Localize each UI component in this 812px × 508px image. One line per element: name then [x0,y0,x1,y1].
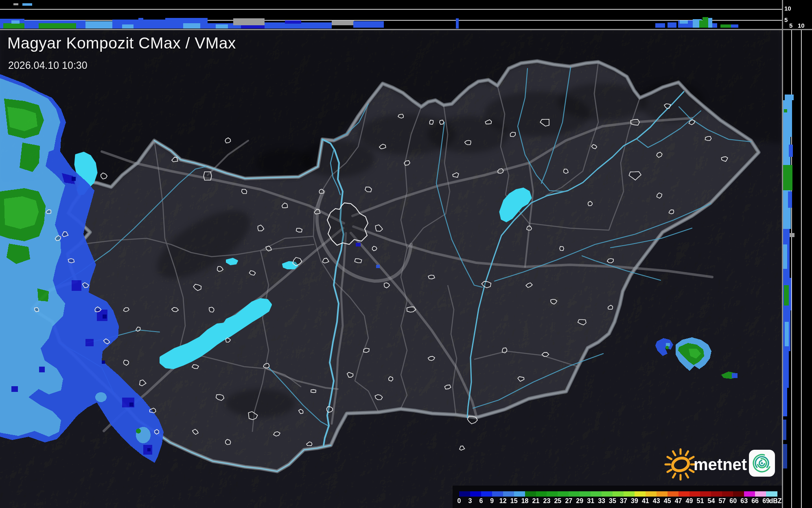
settlement-outline [502,348,507,353]
scale-cell-21 [536,491,547,497]
settlement-outline [296,228,302,232]
settlement-outline [355,259,361,263]
scale-cell-43 [657,491,668,497]
scale-tick-label: 69 [762,497,770,505]
scale-cell-57 [722,491,733,497]
scale-cell-33 [602,491,613,497]
scale-tick-label: 60 [729,497,737,505]
sun-icon [665,449,696,479]
altitude-axis-tick-h5: 5 [789,22,792,29]
scale-cell-51 [700,491,711,497]
settlement-outline [242,189,247,194]
settlement-outline [327,407,333,412]
scale-cell-6 [481,491,492,497]
scale-cell-25 [558,491,569,497]
scale-cell-69 [766,491,777,497]
scale-tick-label: 12 [499,497,507,505]
settlement-outline [564,169,568,174]
scale-tick-label: 49 [686,497,693,505]
settlement-outline [428,275,435,279]
scale-tick-label: 33 [598,497,605,505]
scale-tick-label: 54 [707,497,715,505]
scale-cell-3 [470,491,482,497]
settlement-outline [363,348,369,352]
scale-cell-41 [646,491,657,497]
right-profile-strip [782,0,812,508]
scale-cell-27 [569,491,580,497]
radar-map-canvas [0,0,812,508]
settlement-outline [560,246,564,251]
scale-tick-label: 15 [510,497,518,505]
scale-tick-label: 29 [576,497,583,505]
settlement-outline [209,307,214,312]
timestamp: 2026.04.10 10:30 [8,59,88,71]
metnet-app-icon [749,450,775,477]
scale-cell-47 [678,491,690,497]
top-profile-strip [0,0,782,29]
settlement-outline [372,246,377,251]
scale-tick-label: 41 [642,497,649,505]
page-title: Magyar Kompozit CMax / VMax [7,34,236,52]
scale-tick-label: 45 [664,497,671,505]
scale-cell-49 [689,491,701,497]
scale-tick-label: 47 [675,497,682,505]
scale-tick-label: 27 [565,497,572,505]
scale-tick-label: 18 [521,497,529,505]
scale-cell-0 [459,491,471,497]
scale-cell-12 [503,491,514,497]
scale-tick-label: 39 [631,497,638,505]
scale-unit-label: dBZ [769,497,781,505]
altitude-axis-tick-10: 10 [784,5,791,11]
scale-tick-label: 9 [490,497,494,505]
scale-tick-label: 25 [554,497,561,505]
settlement-outline [389,376,393,381]
settlement-outline [311,389,316,392]
logo-wordmark: metnet [694,455,747,473]
scale-cell-15 [514,491,525,497]
scale-tick-label: 51 [697,497,704,505]
settlement-outline [123,360,129,365]
settlement-outline [510,132,516,137]
scale-tick-label: 35 [609,497,616,505]
settlement-outline [319,189,324,193]
scale-cell-66 [755,491,766,497]
scale-cell-35 [613,491,624,497]
scale-tick-label: 0 [457,497,461,505]
scale-tick-label: 57 [718,497,726,505]
scale-tick-label: 3 [468,497,472,505]
settlement-outline [35,308,39,312]
scale-cell-45 [668,491,679,497]
scale-tick-label: 6 [479,497,483,505]
metnet-logo: metnet [663,441,785,486]
scale-cell-37 [624,491,635,497]
scale-tick-label: 43 [653,497,660,505]
scale-cell-29 [580,491,591,497]
scale-tick-label: 23 [543,497,551,505]
scale-tick-label: 21 [532,497,540,505]
scale-cell-63 [744,491,755,497]
settlement-outline [705,136,711,141]
settlement-outline [155,429,159,434]
settlement-outline [440,120,444,125]
altitude-axis-tick-h10: 10 [798,22,805,29]
settlement-outline [430,120,433,124]
scale-cell-31 [591,491,602,497]
settlement-outline [607,259,613,263]
scale-tick-label: 37 [620,497,627,505]
scale-tick-label: 63 [740,497,748,505]
settlement-outline [204,172,212,180]
scale-cell-18 [525,491,536,497]
settlement-outline [225,439,231,444]
scale-tick-label: 31 [587,497,594,505]
radar-composite-viewport: Magyar Kompozit CMax / VMax 2026.04.10 1… [0,0,812,508]
scale-cell-9 [492,491,503,497]
scale-cell-23 [547,491,558,497]
reflectivity-scale: dBZ 036912151821232527293133353739414345… [453,486,782,508]
altitude-axis-tick-5: 5 [784,17,788,23]
scale-cell-54 [711,491,722,497]
settlement-outline [631,119,640,125]
scale-tick-label: 66 [751,497,759,505]
scale-cell-39 [635,491,646,497]
settlement-outline [68,259,74,263]
settlement-outline [588,201,593,206]
